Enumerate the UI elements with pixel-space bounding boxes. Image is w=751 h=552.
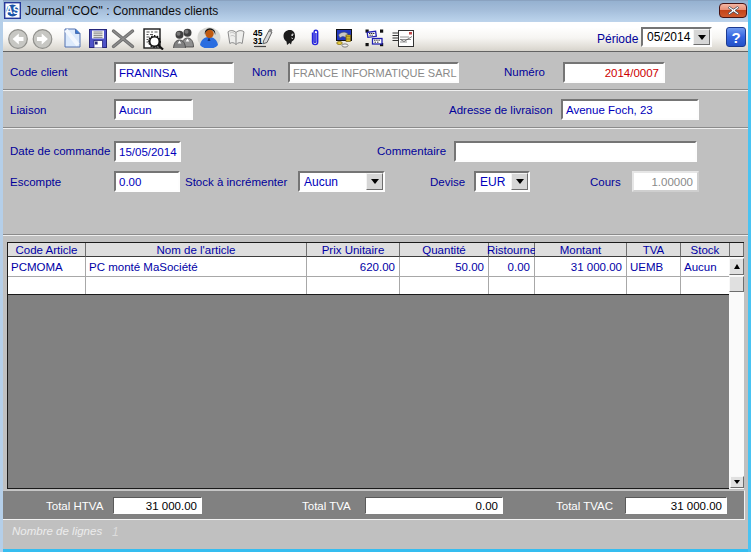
svg-text:31: 31	[253, 36, 263, 46]
svg-text:AS: AS	[6, 5, 20, 16]
